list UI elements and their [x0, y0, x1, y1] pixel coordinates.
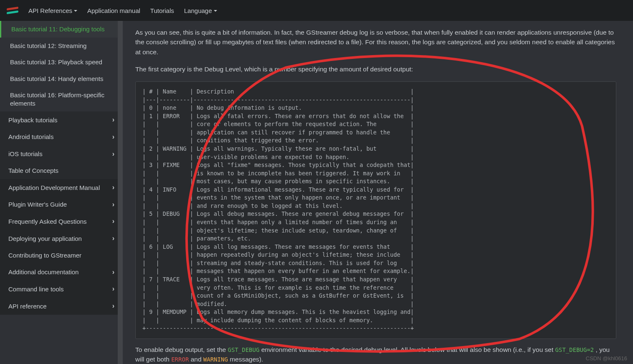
sidebar-item-label: Command line tools — [8, 285, 64, 293]
sidebar-item-label: Basic tutorial 14: Handy elements — [10, 75, 103, 83]
sidebar-item-label: Basic tutorial 16: Platform-specific ele… — [10, 91, 114, 107]
sidebar-item[interactable]: Basic tutorial 16: Platform-specific ele… — [0, 87, 123, 111]
top-navbar: API References Application manual Tutori… — [0, 0, 633, 21]
sidebar-item[interactable]: Basic tutorial 13: Playback speed — [0, 54, 123, 71]
paragraph: As you can see, this is quite a bit of i… — [135, 28, 616, 57]
sidebar-item-label: Frequently Asked Questions — [8, 217, 87, 226]
sidebar-item[interactable]: Table of Concepts — [0, 162, 123, 179]
sidebar-item-label: Basic tutorial 11: Debugging tools — [11, 25, 104, 33]
scrollbar-thumb[interactable] — [119, 44, 122, 64]
watermark: CSDN @khl0616 — [586, 355, 627, 361]
sidebar-item-label: Basic tutorial 13: Playback speed — [10, 58, 102, 66]
chevron-right-icon: › — [112, 234, 114, 243]
sidebar-item[interactable]: Deploying your application› — [0, 230, 123, 247]
chevron-right-icon: › — [112, 268, 114, 277]
sidebar[interactable]: Basic tutorial 11: Debugging toolsBasic … — [0, 21, 123, 364]
sidebar-item-label: API reference — [8, 302, 47, 311]
chevron-right-icon: › — [112, 302, 114, 311]
sidebar-item[interactable]: Basic tutorial 11: Debugging tools — [0, 21, 123, 38]
sidebar-item-label: Contributing to GStreamer — [8, 251, 81, 260]
sidebar-item[interactable]: Application Development Manual› — [0, 179, 123, 196]
sidebar-item-label: Basic tutorial 12: Streaming — [10, 42, 86, 50]
chevron-right-icon: › — [112, 200, 114, 209]
sidebar-item[interactable]: iOS tutorials› — [0, 146, 123, 163]
main-content: As you can see, this is quite a bit of i… — [123, 21, 633, 364]
nav-application-manual[interactable]: Application manual — [87, 7, 140, 14]
sidebar-item[interactable]: Frequently Asked Questions› — [0, 213, 123, 230]
nav-language[interactable]: Language — [184, 7, 217, 14]
sidebar-item-label: Application Development Manual — [8, 184, 100, 192]
nav-tutorials[interactable]: Tutorials — [150, 7, 174, 14]
chevron-down-icon — [74, 10, 77, 12]
logo-icon — [7, 7, 18, 14]
sidebar-item-label: iOS tutorials — [8, 150, 43, 158]
inline-code: ERROR — [171, 356, 189, 363]
inline-code: WARNING — [203, 356, 228, 363]
nav-api-references[interactable]: API References — [28, 7, 77, 14]
sidebar-item[interactable]: Playback tutorials› — [0, 111, 123, 129]
sidebar-item[interactable]: Additional documentation› — [0, 264, 123, 281]
inline-code: GST_DEBUG=2 — [555, 346, 594, 353]
sidebar-item-label: Table of Concepts — [8, 167, 58, 175]
sidebar-item[interactable]: Command line tools› — [0, 281, 123, 298]
code-block-debug-levels: | # | Name | Description | |---|--------… — [135, 81, 616, 339]
chevron-right-icon: › — [112, 116, 114, 124]
sidebar-item[interactable]: Basic tutorial 14: Handy elements — [0, 71, 123, 87]
sidebar-item[interactable]: Plugin Writer's Guide› — [0, 196, 123, 213]
sidebar-item[interactable]: Contributing to GStreamer — [0, 247, 123, 264]
chevron-right-icon: › — [112, 150, 114, 159]
chevron-right-icon: › — [112, 183, 114, 192]
sidebar-item-label: Playback tutorials — [8, 116, 58, 124]
chevron-right-icon: › — [112, 285, 114, 293]
sidebar-item[interactable]: Basic tutorial 12: Streaming — [0, 38, 123, 54]
paragraph: The first category is the Debug Level, w… — [135, 64, 616, 74]
sidebar-item[interactable]: API reference› — [0, 298, 123, 315]
paragraph: To enable debug output, set the GST_DEBU… — [135, 345, 616, 364]
sidebar-item-label: Additional documentation — [8, 268, 78, 276]
scrollbar-thumb[interactable] — [120, 179, 123, 204]
chevron-right-icon: › — [112, 217, 114, 226]
chevron-right-icon: › — [112, 133, 114, 142]
sidebar-item-label: Deploying your application — [8, 235, 82, 243]
sidebar-item[interactable]: Android tutorials› — [0, 129, 123, 146]
sidebar-item-label: Android tutorials — [8, 133, 53, 141]
sidebar-item-label: Plugin Writer's Guide — [8, 200, 67, 209]
chevron-down-icon — [214, 10, 217, 12]
inline-code: GST_DEBUG — [228, 346, 259, 353]
